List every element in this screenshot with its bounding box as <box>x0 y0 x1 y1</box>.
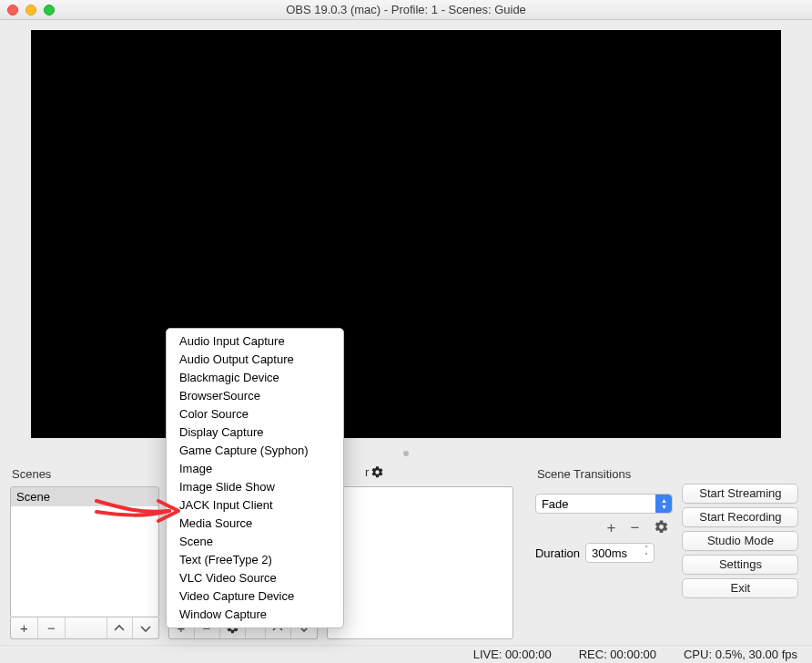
titlebar: OBS 19.0.3 (mac) - Profile: 1 - Scenes: … <box>0 0 812 20</box>
menu-item-color-source[interactable]: Color Source <box>167 405 343 423</box>
transitions-toolbar: + − <box>535 514 674 543</box>
status-live: LIVE: 00:00:00 <box>473 648 552 661</box>
menu-item-media-source[interactable]: Media Source <box>167 515 343 533</box>
transition-duration-row: Duration ˄˅ <box>535 543 674 563</box>
duration-input-wrapper: ˄˅ <box>585 543 655 563</box>
scene-move-up-button[interactable] <box>107 617 133 638</box>
status-cpu: CPU: 0.5%, 30.00 fps <box>684 648 797 661</box>
close-window-button[interactable] <box>7 5 18 15</box>
menu-item-text-freetype2[interactable]: Text (FreeType 2) <box>167 551 343 569</box>
menu-item-image[interactable]: Image <box>167 460 343 478</box>
settings-button[interactable]: Settings <box>682 555 798 575</box>
main-content: r Scenes Scene + − <box>0 20 812 645</box>
menu-item-browsersource[interactable]: BrowserSource <box>167 387 343 405</box>
preview-area <box>5 25 807 444</box>
scenes-panel: Scenes Scene + − <box>10 467 159 639</box>
mixer-label <box>327 467 513 481</box>
mixer-panel <box>327 467 513 639</box>
menu-item-game-capture-syphon[interactable]: Game Capture (Syphon) <box>167 442 343 460</box>
menu-item-window-capture[interactable]: Window Capture <box>167 606 343 624</box>
add-scene-button[interactable]: + <box>11 617 38 638</box>
gear-icon <box>654 519 669 535</box>
scene-move-down-button[interactable] <box>133 617 158 638</box>
select-stepper-icon: ▲▼ <box>655 495 672 513</box>
menu-item-vlc-video-source[interactable]: VLC Video Source <box>167 569 343 587</box>
scenes-list[interactable]: Scene <box>10 486 159 617</box>
remove-scene-button[interactable]: − <box>38 617 66 638</box>
menu-item-display-capture[interactable]: Display Capture <box>167 423 343 442</box>
controls-panel: Start Streaming Start Recording Studio M… <box>682 467 802 639</box>
menu-item-image-slide-show[interactable]: Image Slide Show <box>167 478 343 496</box>
menu-item-video-capture-device[interactable]: Video Capture Device <box>167 587 343 606</box>
exit-button[interactable]: Exit <box>682 578 798 598</box>
minimize-window-button[interactable] <box>25 5 36 15</box>
scenes-toolbar: + − <box>10 617 159 639</box>
preview-canvas[interactable] <box>31 30 781 438</box>
stepper-icon[interactable]: ˄˅ <box>639 546 654 560</box>
menu-item-audio-input-capture[interactable]: Audio Input Capture <box>167 332 343 351</box>
toolbar-spacer <box>66 617 107 638</box>
start-streaming-button[interactable]: Start Streaming <box>682 484 798 504</box>
minus-icon: − <box>47 620 56 636</box>
transition-properties-button[interactable] <box>654 519 669 537</box>
transitions-panel: Scene Transitions Fade ▲▼ + − Duration <box>535 467 674 639</box>
studio-mode-button[interactable]: Studio Mode <box>682 531 798 551</box>
start-recording-button[interactable]: Start Recording <box>682 507 798 527</box>
status-bar: LIVE: 00:00:00 REC: 00:00:00 CPU: 0.5%, … <box>0 645 812 663</box>
menu-item-scene[interactable]: Scene <box>167 533 343 551</box>
add-transition-button[interactable]: + <box>607 519 616 537</box>
transitions-label: Scene Transitions <box>535 467 674 481</box>
duration-label: Duration <box>535 546 580 560</box>
dock-panels: Scenes Scene + − S + − <box>5 462 807 645</box>
mixer-list[interactable] <box>327 486 513 639</box>
chevron-up-icon <box>114 624 125 633</box>
list-item[interactable]: Scene <box>11 487 158 506</box>
transition-select[interactable]: Fade ▲▼ <box>535 494 674 514</box>
menu-item-jack-input-client[interactable]: JACK Input Client <box>167 496 343 515</box>
menu-item-audio-output-capture[interactable]: Audio Output Capture <box>167 351 343 369</box>
duration-input[interactable] <box>586 546 639 560</box>
menu-item-blackmagic-device[interactable]: Blackmagic Device <box>167 369 343 387</box>
pager-dot <box>403 451 409 456</box>
window-controls <box>0 5 55 15</box>
scenes-label: Scenes <box>10 467 159 481</box>
zoom-window-button[interactable] <box>44 5 55 15</box>
add-source-menu: Audio Input Capture Audio Output Capture… <box>166 328 344 628</box>
window-title: OBS 19.0.3 (mac) - Profile: 1 - Scenes: … <box>0 3 812 16</box>
chevron-down-icon <box>140 624 151 633</box>
plus-icon: + <box>20 620 28 636</box>
transition-selected-value: Fade <box>542 497 569 511</box>
remove-transition-button[interactable]: − <box>630 519 639 537</box>
status-rec: REC: 00:00:00 <box>579 648 656 661</box>
